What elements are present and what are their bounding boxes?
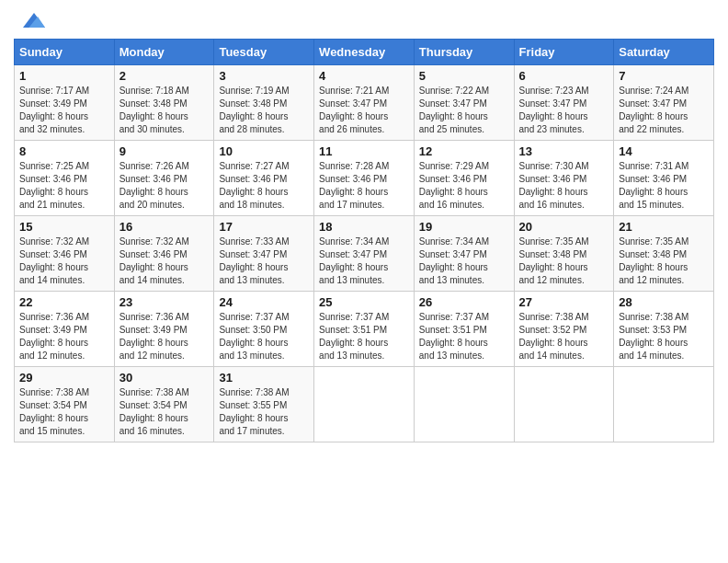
calendar-cell (614, 367, 714, 442)
calendar-week-row: 8Sunrise: 7:25 AM Sunset: 3:46 PM Daylig… (15, 141, 714, 216)
calendar-cell: 26Sunrise: 7:37 AM Sunset: 3:51 PM Dayli… (414, 292, 514, 367)
day-number: 8 (19, 144, 109, 158)
day-info: Sunrise: 7:34 AM Sunset: 3:47 PM Dayligh… (419, 236, 509, 287)
logo-icon (16, 9, 45, 31)
calendar-cell (414, 367, 514, 442)
calendar-cell: 13Sunrise: 7:30 AM Sunset: 3:46 PM Dayli… (514, 141, 614, 216)
day-info: Sunrise: 7:32 AM Sunset: 3:46 PM Dayligh… (19, 236, 109, 287)
day-info: Sunrise: 7:38 AM Sunset: 3:52 PM Dayligh… (519, 311, 609, 362)
calendar-cell: 2Sunrise: 7:18 AM Sunset: 3:48 PM Daylig… (114, 65, 214, 141)
day-info: Sunrise: 7:32 AM Sunset: 3:46 PM Dayligh… (119, 236, 210, 287)
calendar-header-row: SundayMondayTuesdayWednesdayThursdayFrid… (15, 40, 714, 65)
day-number: 25 (319, 295, 409, 309)
day-info: Sunrise: 7:33 AM Sunset: 3:47 PM Dayligh… (219, 236, 309, 287)
day-number: 27 (519, 295, 609, 309)
calendar-cell: 16Sunrise: 7:32 AM Sunset: 3:46 PM Dayli… (114, 216, 214, 292)
day-number: 12 (419, 144, 509, 158)
day-number: 19 (419, 220, 509, 234)
col-header-friday: Friday (514, 40, 614, 65)
calendar-cell: 28Sunrise: 7:38 AM Sunset: 3:53 PM Dayli… (614, 292, 714, 367)
day-number: 13 (519, 144, 609, 158)
day-info: Sunrise: 7:36 AM Sunset: 3:49 PM Dayligh… (19, 311, 109, 362)
calendar-cell: 3Sunrise: 7:19 AM Sunset: 3:48 PM Daylig… (214, 65, 314, 141)
day-number: 5 (419, 69, 509, 83)
day-info: Sunrise: 7:28 AM Sunset: 3:46 PM Dayligh… (319, 160, 409, 212)
page-header (14, 9, 714, 31)
day-info: Sunrise: 7:36 AM Sunset: 3:49 PM Dayligh… (119, 311, 210, 362)
calendar-cell: 21Sunrise: 7:35 AM Sunset: 3:48 PM Dayli… (614, 216, 714, 292)
day-info: Sunrise: 7:35 AM Sunset: 3:48 PM Dayligh… (619, 236, 709, 287)
calendar-cell: 18Sunrise: 7:34 AM Sunset: 3:47 PM Dayli… (314, 216, 415, 292)
col-header-wednesday: Wednesday (314, 40, 415, 65)
day-info: Sunrise: 7:18 AM Sunset: 3:48 PM Dayligh… (119, 85, 210, 136)
calendar-cell: 8Sunrise: 7:25 AM Sunset: 3:46 PM Daylig… (15, 141, 115, 216)
day-info: Sunrise: 7:37 AM Sunset: 3:51 PM Dayligh… (419, 311, 509, 362)
day-number: 28 (619, 295, 709, 309)
calendar-cell: 4Sunrise: 7:21 AM Sunset: 3:47 PM Daylig… (314, 65, 415, 141)
day-number: 20 (519, 220, 609, 234)
calendar-cell: 15Sunrise: 7:32 AM Sunset: 3:46 PM Dayli… (15, 216, 115, 292)
day-number: 14 (619, 144, 709, 158)
col-header-sunday: Sunday (15, 40, 115, 65)
day-number: 4 (319, 69, 409, 83)
calendar-cell: 1Sunrise: 7:17 AM Sunset: 3:49 PM Daylig… (15, 65, 115, 141)
page-container: SundayMondayTuesdayWednesdayThursdayFrid… (0, 0, 728, 452)
calendar-cell (514, 367, 614, 442)
day-info: Sunrise: 7:37 AM Sunset: 3:50 PM Dayligh… (219, 311, 309, 362)
day-number: 21 (619, 220, 709, 234)
calendar-week-row: 15Sunrise: 7:32 AM Sunset: 3:46 PM Dayli… (15, 216, 714, 292)
day-info: Sunrise: 7:21 AM Sunset: 3:47 PM Dayligh… (319, 85, 409, 136)
col-header-thursday: Thursday (414, 40, 514, 65)
day-number: 3 (219, 69, 309, 83)
calendar-cell: 31Sunrise: 7:38 AM Sunset: 3:55 PM Dayli… (214, 367, 314, 442)
day-number: 26 (419, 295, 509, 309)
calendar-cell: 14Sunrise: 7:31 AM Sunset: 3:46 PM Dayli… (614, 141, 714, 216)
day-number: 17 (219, 220, 309, 234)
calendar-cell: 17Sunrise: 7:33 AM Sunset: 3:47 PM Dayli… (214, 216, 314, 292)
day-info: Sunrise: 7:29 AM Sunset: 3:46 PM Dayligh… (419, 160, 509, 212)
calendar-cell: 25Sunrise: 7:37 AM Sunset: 3:51 PM Dayli… (314, 292, 415, 367)
day-number: 9 (119, 144, 210, 158)
calendar-cell: 6Sunrise: 7:23 AM Sunset: 3:47 PM Daylig… (514, 65, 614, 141)
day-info: Sunrise: 7:22 AM Sunset: 3:47 PM Dayligh… (419, 85, 509, 136)
calendar-cell: 29Sunrise: 7:38 AM Sunset: 3:54 PM Dayli… (15, 367, 115, 442)
calendar-week-row: 22Sunrise: 7:36 AM Sunset: 3:49 PM Dayli… (15, 292, 714, 367)
calendar-cell: 20Sunrise: 7:35 AM Sunset: 3:48 PM Dayli… (514, 216, 614, 292)
day-number: 30 (119, 371, 210, 385)
day-number: 24 (219, 295, 309, 309)
calendar-cell: 7Sunrise: 7:24 AM Sunset: 3:47 PM Daylig… (614, 65, 714, 141)
calendar-cell: 5Sunrise: 7:22 AM Sunset: 3:47 PM Daylig… (414, 65, 514, 141)
day-info: Sunrise: 7:23 AM Sunset: 3:47 PM Dayligh… (519, 85, 609, 136)
day-info: Sunrise: 7:34 AM Sunset: 3:47 PM Dayligh… (319, 236, 409, 287)
day-number: 11 (319, 144, 409, 158)
day-number: 18 (319, 220, 409, 234)
calendar-week-row: 29Sunrise: 7:38 AM Sunset: 3:54 PM Dayli… (15, 367, 714, 442)
calendar-cell: 23Sunrise: 7:36 AM Sunset: 3:49 PM Dayli… (114, 292, 214, 367)
day-number: 7 (619, 69, 709, 83)
day-info: Sunrise: 7:38 AM Sunset: 3:54 PM Dayligh… (19, 386, 109, 438)
day-number: 15 (19, 220, 109, 234)
calendar-cell: 27Sunrise: 7:38 AM Sunset: 3:52 PM Dayli… (514, 292, 614, 367)
calendar-cell: 19Sunrise: 7:34 AM Sunset: 3:47 PM Dayli… (414, 216, 514, 292)
day-number: 2 (119, 69, 210, 83)
day-info: Sunrise: 7:24 AM Sunset: 3:47 PM Dayligh… (619, 85, 709, 136)
calendar-week-row: 1Sunrise: 7:17 AM Sunset: 3:49 PM Daylig… (15, 65, 714, 141)
day-info: Sunrise: 7:27 AM Sunset: 3:46 PM Dayligh… (219, 160, 309, 212)
day-info: Sunrise: 7:30 AM Sunset: 3:46 PM Dayligh… (519, 160, 609, 212)
day-info: Sunrise: 7:25 AM Sunset: 3:46 PM Dayligh… (19, 160, 109, 212)
day-number: 22 (19, 295, 109, 309)
day-info: Sunrise: 7:26 AM Sunset: 3:46 PM Dayligh… (119, 160, 210, 212)
logo-text (14, 9, 45, 31)
day-info: Sunrise: 7:38 AM Sunset: 3:55 PM Dayligh… (219, 386, 309, 438)
day-number: 1 (19, 69, 109, 83)
day-number: 16 (119, 220, 210, 234)
calendar-table: SundayMondayTuesdayWednesdayThursdayFrid… (14, 39, 714, 442)
day-info: Sunrise: 7:19 AM Sunset: 3:48 PM Dayligh… (219, 85, 309, 136)
calendar-cell: 22Sunrise: 7:36 AM Sunset: 3:49 PM Dayli… (15, 292, 115, 367)
calendar-cell: 10Sunrise: 7:27 AM Sunset: 3:46 PM Dayli… (214, 141, 314, 216)
calendar-cell: 11Sunrise: 7:28 AM Sunset: 3:46 PM Dayli… (314, 141, 415, 216)
day-info: Sunrise: 7:38 AM Sunset: 3:54 PM Dayligh… (119, 386, 210, 438)
col-header-tuesday: Tuesday (214, 40, 314, 65)
day-number: 10 (219, 144, 309, 158)
day-number: 6 (519, 69, 609, 83)
